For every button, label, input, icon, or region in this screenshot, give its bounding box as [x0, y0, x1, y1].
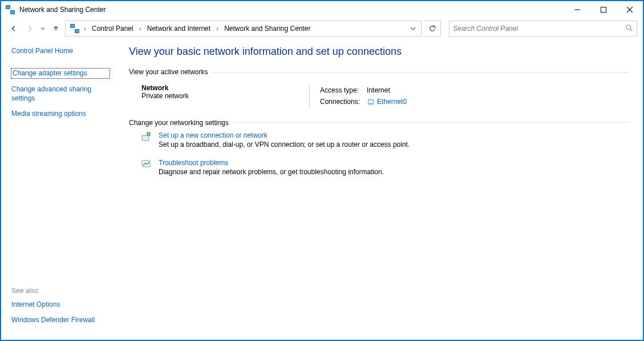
- toolbar: › Control Panel › Network and Internet ›…: [1, 18, 643, 39]
- svg-point-4: [626, 25, 631, 29]
- refresh-button[interactable]: [424, 21, 441, 37]
- access-type-label: Access type:: [320, 85, 366, 95]
- change-settings-label: Change your networking settings: [129, 119, 629, 127]
- connections-label: Connections:: [320, 97, 366, 107]
- task-title[interactable]: Troubleshoot problems: [159, 159, 228, 167]
- breadcrumb-item[interactable]: Network and Sharing Center: [221, 23, 314, 34]
- recent-locations-button[interactable]: [39, 26, 47, 31]
- task-title[interactable]: Set up a new connection or network: [159, 131, 268, 139]
- network-type: Private network: [141, 92, 307, 100]
- see-also-label: See also: [11, 287, 110, 295]
- svg-line-5: [630, 29, 633, 31]
- svg-rect-10: [142, 135, 149, 141]
- active-networks-label: View your active networks: [129, 68, 629, 76]
- address-bar[interactable]: › Control Panel › Network and Internet ›…: [65, 21, 422, 37]
- task-troubleshoot[interactable]: Troubleshoot problems Diagnose and repai…: [141, 159, 629, 176]
- search-icon[interactable]: [625, 24, 633, 34]
- change-adapter-settings-link[interactable]: Change adapter settings: [11, 69, 110, 79]
- location-icon: [70, 24, 79, 33]
- internet-options-link[interactable]: Internet Options: [11, 300, 110, 310]
- close-button[interactable]: [617, 1, 643, 18]
- network-identity: Network Private network: [141, 84, 307, 109]
- windows-defender-firewall-link[interactable]: Windows Defender Firewall: [11, 316, 110, 325]
- chevron-right-icon[interactable]: ›: [83, 25, 87, 33]
- maximize-button[interactable]: [590, 1, 617, 18]
- task-desc: Diagnose and repair network problems, or…: [159, 168, 384, 176]
- network-name: Network: [141, 84, 307, 92]
- main-panel: View your basic network information and …: [115, 39, 643, 340]
- connection-link[interactable]: Ethernet0: [377, 98, 407, 106]
- forward-button[interactable]: [23, 22, 37, 35]
- breadcrumb-item[interactable]: Control Panel: [88, 23, 137, 34]
- change-advanced-sharing-link[interactable]: Change advanced sharing settings: [11, 85, 110, 103]
- access-type-value: Internet: [367, 85, 412, 95]
- content: Control Panel Home Change adapter settin…: [1, 39, 643, 340]
- breadcrumb-item[interactable]: Network and Internet: [144, 23, 214, 34]
- troubleshoot-icon: [141, 159, 152, 170]
- sidebar: Control Panel Home Change adapter settin…: [1, 39, 115, 340]
- app-icon: [6, 5, 15, 14]
- minimize-button[interactable]: [564, 1, 590, 18]
- media-streaming-options-link[interactable]: Media streaming options: [11, 110, 110, 119]
- svg-rect-6: [368, 99, 374, 103]
- vertical-divider: [309, 84, 310, 109]
- ethernet-icon: [367, 98, 375, 106]
- page-title: View your basic network information and …: [129, 46, 629, 58]
- search-box[interactable]: [449, 21, 637, 37]
- active-networks-text: View your active networks: [129, 68, 208, 76]
- up-button[interactable]: [49, 22, 63, 35]
- search-input[interactable]: [453, 25, 625, 33]
- settings-tasks: Set up a new connection or network Set u…: [129, 131, 629, 176]
- address-dropdown-button[interactable]: [407, 26, 419, 31]
- titlebar: Network and Sharing Center: [1, 1, 643, 18]
- setup-connection-icon: [141, 132, 152, 142]
- active-network-box: Network Private network Access type: Int…: [129, 81, 629, 119]
- task-desc: Set up a broadband, dial-up, or VPN conn…: [159, 141, 410, 149]
- divider: [213, 72, 629, 73]
- svg-rect-1: [601, 7, 606, 13]
- divider: [233, 122, 629, 123]
- task-setup-connection[interactable]: Set up a new connection or network Set u…: [141, 131, 629, 149]
- chevron-right-icon[interactable]: ›: [215, 25, 220, 33]
- window-title: Network and Sharing Center: [19, 6, 106, 14]
- chevron-right-icon[interactable]: ›: [138, 25, 143, 33]
- back-button[interactable]: [7, 22, 21, 35]
- network-details: Access type: Internet Connections: Ether…: [319, 84, 414, 109]
- control-panel-home-link[interactable]: Control Panel Home: [11, 47, 110, 56]
- change-settings-text: Change your networking settings: [129, 119, 229, 127]
